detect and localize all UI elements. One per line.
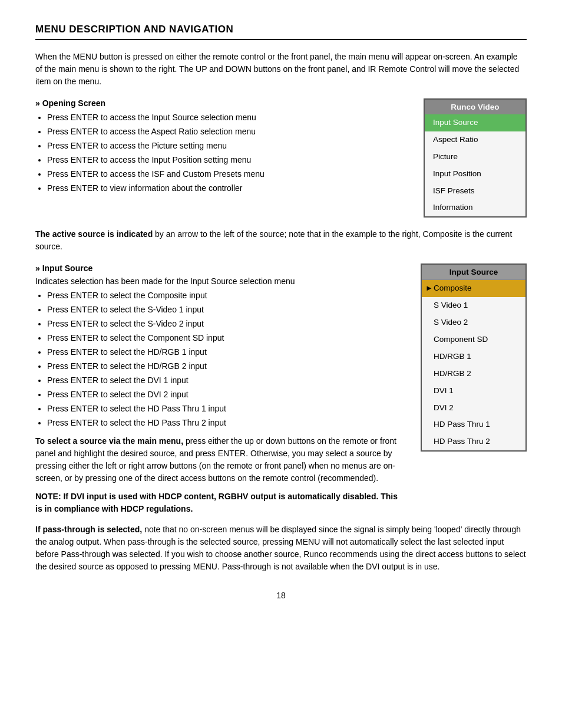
active-source-bold: The active source is indicated (35, 229, 153, 239)
page-number: 18 (35, 591, 527, 600)
title-divider (35, 39, 527, 40)
input-source-menu-title: Input Source (422, 265, 525, 280)
page-title: MENU DESCRIPTION AND NAVIGATION (35, 24, 527, 35)
list-item: Press ENTER to select the Component SD i… (47, 332, 403, 344)
input-source-menu: Input Source ► Composite S Video 1 S Vid… (421, 263, 527, 452)
input-source-section: » Input Source Indicates selection has b… (35, 263, 527, 515)
arrow-indicator-icon: ► (425, 283, 433, 294)
input-source-menu-hdrgb1: HD/RGB 1 (422, 348, 525, 365)
input-source-heading: » Input Source (35, 263, 403, 273)
select-source-bold: To select a source via the main menu, (35, 436, 183, 446)
input-source-menu-svideo2: S Video 2 (422, 314, 525, 331)
runco-menu-item-input-position: Input Position (425, 166, 525, 183)
list-item: Press ENTER to select the HD Pass Thru 1… (47, 403, 403, 415)
input-source-menu-component-sd: Component SD (422, 331, 525, 348)
runco-menu-title: Runco Video (425, 100, 525, 114)
passthrough-para: If pass-through is selected, note that n… (35, 523, 527, 573)
active-source-note: The active source is indicated by an arr… (35, 228, 527, 253)
passthrough-bold: If pass-through is selected, (35, 525, 142, 534)
runco-menu-item-aspect-ratio: Aspect Ratio (425, 131, 525, 149)
input-source-text: » Input Source Indicates selection has b… (35, 263, 421, 515)
runco-menu-item-isf-presets: ISF Presets (425, 183, 525, 200)
input-source-desc: Indicates selection has been made for th… (35, 276, 403, 286)
runco-menu-item-information: Information (425, 199, 525, 216)
runco-menu-item-picture: Picture (425, 149, 525, 166)
opening-screen-heading: » Opening Screen (35, 98, 406, 108)
list-item: Press ENTER to access the Input Position… (47, 154, 406, 166)
list-item: Press ENTER to select the HD Pass Thru 2… (47, 417, 403, 429)
list-item: Press ENTER to select the Composite inpu… (47, 289, 403, 302)
input-source-menu-dvi2: DVI 2 (422, 400, 525, 417)
hdcp-note: NOTE: If DVI input is used with HDCP con… (35, 490, 403, 515)
list-item: Press ENTER to select the HD/RGB 2 input (47, 360, 403, 373)
list-item: Press ENTER to access the Picture settin… (47, 140, 406, 152)
runco-menu-item-input-source: Input Source (425, 114, 525, 131)
input-source-bullets: Press ENTER to select the Composite inpu… (35, 289, 403, 429)
list-item: Press ENTER to access the Aspect Ratio s… (47, 126, 406, 138)
runco-video-menu: Runco Video Input Source Aspect Ratio Pi… (424, 98, 527, 218)
list-item: Press ENTER to select the DVI 1 input (47, 374, 403, 387)
list-item: Press ENTER to select the S-Video 2 inpu… (47, 318, 403, 330)
input-source-menu-dvi1: DVI 1 (422, 383, 525, 400)
list-item: Press ENTER to select the S-Video 1 inpu… (47, 304, 403, 316)
intro-text: When the MENU button is pressed on eithe… (35, 51, 527, 88)
input-source-menu-hdpassthru2: HD Pass Thru 2 (422, 433, 525, 450)
opening-screen-bullets: Press ENTER to access the Input Source s… (35, 111, 406, 195)
input-source-menu-hdpassthru1: HD Pass Thru 1 (422, 416, 525, 433)
opening-screen-section: » Opening Screen Press ENTER to access t… (35, 98, 527, 218)
select-source-para: To select a source via the main menu, pr… (35, 435, 403, 485)
input-source-menu-hdrgb2: HD/RGB 2 (422, 365, 525, 383)
list-item: Press ENTER to view information about th… (47, 182, 406, 195)
list-item: Press ENTER to access the Input Source s… (47, 111, 406, 124)
input-source-menu-composite: ► Composite (422, 280, 525, 297)
opening-screen-text: » Opening Screen Press ENTER to access t… (35, 98, 424, 196)
list-item: Press ENTER to select the HD/RGB 1 input (47, 346, 403, 358)
input-source-menu-svideo1: S Video 1 (422, 297, 525, 314)
list-item: Press ENTER to access the ISF and Custom… (47, 168, 406, 180)
list-item: Press ENTER to select the DVI 2 input (47, 388, 403, 401)
